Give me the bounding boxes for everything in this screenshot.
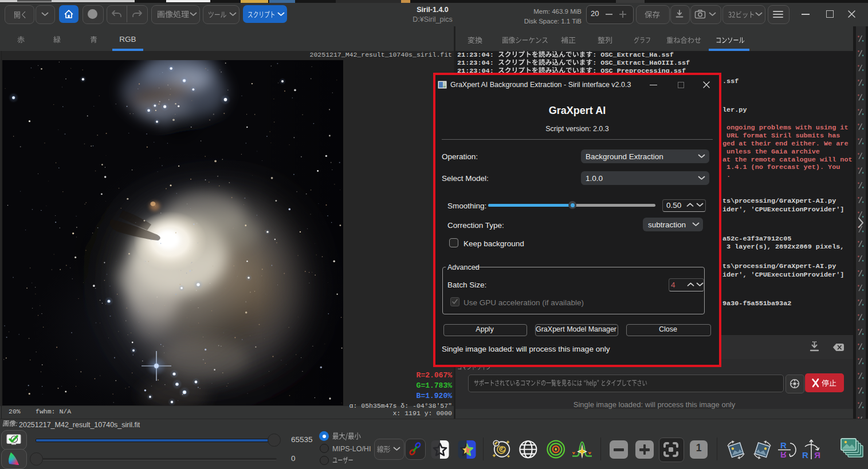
svg-text:.ssf: .ssf (722, 77, 739, 85)
svg-text:R: R (780, 440, 787, 450)
svg-text:21:23:04:: 21:23:04: (457, 51, 498, 59)
svg-text:R: R (814, 450, 820, 460)
svg-text:R: R (802, 450, 808, 460)
svg-text:3 layer(s), 2892x2869 pixels,: 3 layer(s), 2892x2869 pixels, (722, 243, 844, 251)
svg-text:ts\processing/GraXpert-AI.py: ts\processing/GraXpert-AI.py (722, 197, 836, 205)
svg-text:unless the Gaia archive: unless the Gaia archive (722, 148, 820, 156)
svg-text:21:23:04:: 21:23:04: (457, 59, 498, 67)
svg-text:ler.py: ler.py (722, 106, 747, 114)
svg-text:9a30-f5a551ba93a2: 9a30-f5a551ba93a2 (722, 299, 791, 308)
svg-text:ider', 'CPUExecutionProvider']: ider', 'CPUExecutionProvider'] (722, 206, 844, 214)
svg-text:URL format Siril submits has: URL format Siril submits has (722, 132, 840, 140)
svg-text:a52c-e3f3a7912c05: a52c-e3f3a7912c05 (722, 235, 791, 243)
svg-text:ged at their end either. We ar: ged at their end either. We are (722, 140, 848, 148)
svg-text:at the remote catalogue will n: at the remote catalogue will not (722, 156, 853, 164)
svg-text:ts\processing/GraXpert-AI.py: ts\processing/GraXpert-AI.py (722, 262, 836, 270)
svg-text:.: . (722, 171, 730, 179)
svg-text:1.4.1 (no forecast yet). You: 1.4.1 (no forecast yet). You (722, 163, 840, 171)
svg-text:ider', 'CPUExecutionProvider']: ider', 'CPUExecutionProvider'] (722, 271, 844, 279)
svg-text:ongoing problems with using it: ongoing problems with using it (722, 124, 848, 132)
svg-text:: OSC_Extract_HaOIII.ssf: : OSC_Extract_HaOIII.ssf (592, 59, 690, 67)
svg-text:R: R (780, 450, 787, 460)
svg-text:: OSC_Extract_Ha.ssf: : OSC_Extract_Ha.ssf (592, 51, 674, 59)
